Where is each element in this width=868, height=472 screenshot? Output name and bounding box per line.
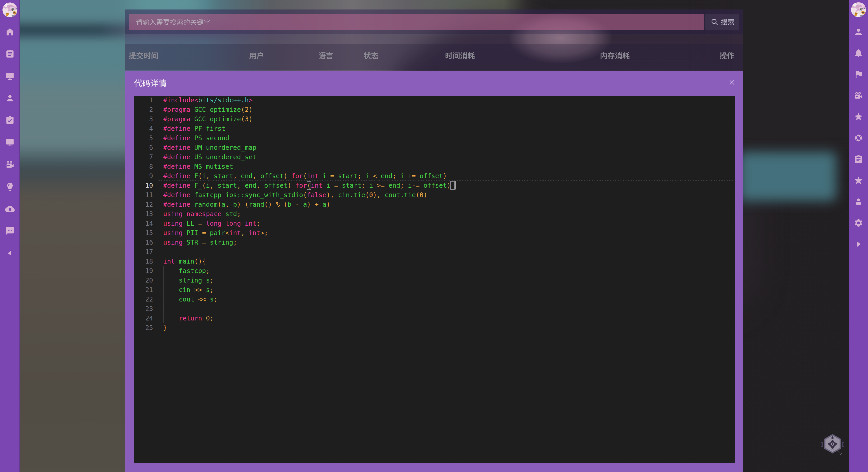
- sidebar-left-item-monitor-2[interactable]: [5, 71, 15, 81]
- code-line: 15using PII = pair<int, int>;: [134, 228, 735, 238]
- right-sidebar: [849, 0, 868, 472]
- code-token: (: [198, 172, 202, 180]
- code-token: ): [249, 115, 252, 123]
- code-line-text: #include<bits/stdc++.h>: [163, 95, 252, 105]
- code-line-text: int main(){: [163, 257, 206, 266]
- code-line: 1#include<bits/stdc++.h>: [134, 95, 735, 105]
- code-token: ;: [210, 314, 214, 322]
- code-token: <<: [198, 295, 206, 303]
- column-5: [600, 52, 630, 60]
- sidebar-left-item-cloud-upload-8[interactable]: [5, 204, 15, 214]
- code-line: 9#define F(i, start, end, offset) for(in…: [134, 171, 735, 181]
- code-line: 22 cout << s;: [134, 295, 735, 304]
- search-input[interactable]: [129, 14, 704, 30]
- code-token: start: [210, 172, 233, 180]
- code-token: fastcpp: [163, 267, 206, 275]
- user-avatar-right[interactable]: [851, 2, 866, 17]
- code-token: #define: [163, 153, 194, 161]
- code-token: ): [443, 172, 447, 180]
- code-token: ,: [210, 181, 214, 189]
- code-token: a: [221, 201, 225, 208]
- sidebar-left-item-assignment-done-4[interactable]: [5, 115, 15, 125]
- line-number: 24: [134, 313, 153, 323]
- sidebar-right-item-star-7[interactable]: [854, 176, 863, 185]
- sidebar-left-item-assignment-1[interactable]: [5, 49, 15, 59]
- column-header-5: [600, 52, 630, 59]
- line-number: 22: [134, 295, 153, 304]
- code-token: bits/stdc++.h: [198, 96, 249, 104]
- code-token: ;: [210, 276, 214, 284]
- code-token: ,: [225, 201, 229, 208]
- code-token: =: [334, 181, 338, 189]
- code-token: ),: [373, 191, 381, 199]
- code-token: 3: [245, 115, 249, 123]
- sidebar-left-item-videocam-6[interactable]: [5, 160, 15, 169]
- sidebar-right-item-user-simple-8[interactable]: [854, 197, 863, 206]
- code-token: (: [303, 172, 307, 180]
- column-header-0: [129, 52, 158, 59]
- code-token: return: [163, 314, 206, 322]
- sidebar-right-item-notifications-1[interactable]: [854, 48, 863, 58]
- sidebar-right-item-expand-right-10[interactable]: [854, 239, 863, 249]
- avatar-image: [851, 2, 866, 17]
- code-token: fastcpp ios::sync_with_stdio: [194, 191, 303, 199]
- column-header-2: [318, 52, 333, 59]
- code-line: 16using STR = string;: [134, 238, 735, 247]
- line-number: 9: [134, 171, 153, 181]
- code-token: }: [163, 324, 167, 332]
- code-token: std: [225, 210, 237, 218]
- close-icon[interactable]: [727, 77, 737, 88]
- code-token: [291, 201, 295, 208]
- code-token: cin: [163, 286, 194, 294]
- code-line: 6#define UM unordered_map: [134, 143, 735, 152]
- code-token: using: [163, 238, 186, 246]
- sidebar-left-item-chat-9[interactable]: [5, 226, 15, 236]
- sidebar-left-item-user-3[interactable]: [5, 94, 15, 103]
- sidebar-right-item-donut-5[interactable]: [854, 133, 863, 143]
- search-button[interactable]: [705, 14, 739, 30]
- code-token: 0: [369, 191, 373, 199]
- code-token: (: [241, 106, 245, 113]
- sidebar-right-item-user-0[interactable]: [854, 27, 863, 37]
- code-token: [311, 201, 315, 208]
- code-line: 17: [134, 247, 735, 257]
- sidebar-left-item-monitor-5[interactable]: [5, 138, 15, 147]
- code-token: #define: [163, 181, 194, 189]
- code-token: random: [194, 201, 218, 208]
- sidebar-left-item-lightbulb-7[interactable]: [5, 182, 15, 192]
- code-token: (: [284, 201, 287, 208]
- bracket-match-close: [450, 181, 455, 190]
- line-number: 7: [134, 152, 153, 162]
- code-line: 8#define MS mutiset: [134, 162, 735, 171]
- sidebar-right-item-settings-9[interactable]: [854, 218, 863, 228]
- code-token: ): [284, 172, 287, 180]
- code-token: b: [287, 201, 291, 208]
- code-line-text: #define F(i, start, end, offset) for(int…: [163, 171, 447, 181]
- code-token: (: [303, 191, 307, 199]
- user-avatar[interactable]: [2, 2, 18, 18]
- line-number: 20: [134, 275, 153, 285]
- code-token: offset: [260, 181, 287, 189]
- sidebar-left-item-home-0[interactable]: [5, 27, 15, 37]
- code-token: long long int: [202, 220, 256, 227]
- sidebar-left-item-collapse-left-10[interactable]: [5, 248, 15, 258]
- code-line-text: using STR = string;: [163, 238, 237, 247]
- code-token: <: [373, 172, 377, 180]
- code-editor[interactable]: 1#include<bits/stdc++.h>2#pragma GCC opt…: [134, 96, 735, 463]
- sidebar-right-item-flag-2[interactable]: [854, 70, 863, 79]
- code-token: 0: [206, 314, 210, 322]
- code-line-text: using namespace std;: [163, 209, 241, 218]
- avatar-image: [2, 2, 18, 18]
- line-number: 1: [134, 95, 153, 105]
- collapse-left-icon: [5, 248, 15, 258]
- code-token: #define: [163, 134, 194, 142]
- sidebar-right-item-assignment-6[interactable]: [854, 155, 863, 164]
- lightbulb-icon: [5, 182, 15, 192]
- sidebar-right-item-star-4[interactable]: [854, 112, 863, 122]
- code-token: using: [163, 229, 186, 237]
- code-token: LL: [186, 220, 198, 227]
- code-token: i: [319, 172, 331, 180]
- code-token: #include: [163, 96, 194, 104]
- sidebar-right-item-videocam-3[interactable]: [854, 91, 863, 100]
- code-line-text: #define PF first: [163, 124, 225, 133]
